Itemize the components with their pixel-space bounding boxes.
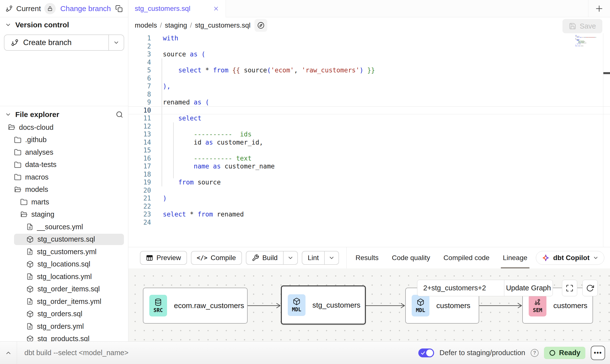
minimap[interactable] — [575, 35, 599, 47]
version-control-header[interactable]: Version control — [0, 21, 74, 29]
change-branch-link[interactable]: Change branch — [60, 4, 111, 13]
file-icon — [26, 248, 33, 255]
file-item-label: stg_customers.yml — [37, 248, 97, 256]
defer-label: Defer to staging/production — [440, 349, 525, 357]
chevron-up-icon[interactable] — [0, 342, 17, 364]
line-number: 4 — [128, 59, 153, 66]
file-item-label: stg_order_items.sql — [37, 285, 100, 293]
dbt-copilot-button[interactable]: dbt Copilot — [536, 251, 604, 265]
divider — [0, 106, 128, 106]
file-item-data-tests[interactable]: data-tests — [0, 159, 128, 171]
command-input[interactable]: dbt build --select <model_name> — [17, 349, 418, 357]
tab-code-quality[interactable]: Code quality — [392, 247, 430, 268]
code-editor[interactable]: 1with23source as (45 select * from {{ so… — [128, 33, 610, 247]
editor-toolbar: Preview </> Compile Build — [128, 247, 610, 268]
code-text: ---------- ids — [153, 131, 252, 138]
file-item-analyses[interactable]: analyses — [0, 146, 128, 159]
tab-lineage[interactable]: Lineage — [503, 247, 527, 268]
code-line-7: 7), — [128, 82, 610, 90]
main-area: stg_customers.sql models / staging / stg… — [128, 0, 610, 341]
file-item-marts[interactable]: marts — [0, 196, 128, 208]
copy-icon[interactable] — [115, 5, 123, 12]
file-item-stg-locations-yml[interactable]: stg_locations.yml — [0, 270, 128, 283]
line-number: 10 — [128, 107, 153, 114]
breadcrumb-staging[interactable]: staging — [165, 21, 187, 29]
breadcrumb-separator: / — [190, 21, 192, 29]
file-item-models[interactable]: models — [0, 183, 128, 196]
file-item-stg-orders-yml[interactable]: stg_orders.yml — [0, 320, 128, 333]
chevron-down-icon — [5, 22, 11, 28]
file-item-docs-cloud[interactable]: docs-cloud — [0, 121, 128, 134]
code-line-11: 11 select — [128, 114, 610, 122]
fullscreen-button[interactable] — [562, 280, 577, 296]
create-branch-main[interactable]: Create branch — [4, 35, 108, 50]
code-line-12: 12 — [128, 122, 610, 131]
code-text: ---------- text — [153, 155, 252, 162]
more-options-button[interactable]: ••• — [591, 346, 605, 360]
code-text: renamed as ( — [153, 99, 209, 106]
file-item-stg-order-items-sql[interactable]: stg_order_items.sql — [0, 283, 128, 296]
file-item-label: docs-cloud — [19, 123, 53, 132]
chevron-down-icon[interactable] — [5, 111, 11, 118]
new-tab-button[interactable] — [588, 0, 610, 17]
lineage-panel[interactable]: SRCecom.raw_customersMDLstg_customersMDL… — [128, 268, 610, 341]
line-number: 13 — [128, 131, 153, 138]
update-graph-button[interactable]: Update Graph — [504, 280, 553, 296]
copilot-compass-button[interactable] — [254, 19, 267, 32]
preview-button[interactable]: Preview — [140, 251, 187, 265]
tab-compiled-code[interactable]: Compiled code — [443, 247, 490, 268]
file-item--github[interactable]: .github — [0, 134, 128, 146]
refresh-icon[interactable] — [582, 280, 598, 296]
search-icon[interactable] — [116, 111, 123, 118]
file-item-stg-orders-sql[interactable]: stg_orders.sql — [0, 308, 128, 320]
save-label: Save — [580, 22, 596, 30]
tab-results[interactable]: Results — [356, 247, 378, 268]
file-item-label: stg_locations.sql — [37, 260, 90, 268]
lint-dropdown[interactable] — [325, 251, 339, 264]
lineage-selector-input[interactable]: 2+stg_customers+2 — [417, 280, 504, 296]
line-number: 7 — [128, 83, 153, 90]
file-item-macros[interactable]: macros — [0, 171, 128, 183]
folder-open-icon — [20, 211, 28, 218]
file-item-stg-order-items-yml[interactable]: stg_order_items.yml — [0, 295, 128, 308]
code-line-16: 16 ---------- text — [128, 154, 610, 163]
save-button[interactable]: Save — [562, 19, 602, 33]
file-item--sources-yml[interactable]: __sources.yml — [0, 221, 128, 233]
breadcrumb: models / staging / stg_customers.sql Sav… — [128, 17, 610, 33]
help-icon[interactable]: ? — [531, 349, 539, 357]
line-number: 18 — [128, 171, 153, 178]
code-text: source as ( — [153, 50, 205, 58]
breadcrumb-models[interactable]: models — [135, 21, 157, 29]
file-item-stg-customers-sql[interactable]: stg_customers.sql — [0, 233, 128, 246]
node-label: ecom.raw_customers — [174, 301, 244, 310]
file-item-stg-products-sql[interactable]: stg_products.sql — [0, 333, 128, 342]
model-icon — [26, 261, 34, 268]
line-number: 20 — [128, 187, 153, 194]
file-item-stg-locations-sql[interactable]: stg_locations.sql — [0, 258, 128, 271]
build-dropdown[interactable] — [284, 251, 297, 264]
close-icon[interactable] — [213, 5, 219, 12]
create-branch-dropdown[interactable] — [109, 35, 124, 50]
lineage-node-stg-customers[interactable]: MDLstg_customers — [281, 285, 366, 325]
cube-icon — [293, 298, 301, 305]
defer-toggle[interactable] — [418, 348, 434, 357]
code-line-19: 19 from source — [128, 178, 610, 186]
model-icon — [26, 310, 34, 318]
file-explorer-header: File explorer — [0, 108, 128, 121]
lineage-node-ecom-raw-customers[interactable]: SRCecom.raw_customers — [143, 288, 248, 324]
tab-stg-customers-sql[interactable]: stg_customers.sql — [128, 0, 226, 17]
scrollbar-thumb[interactable] — [603, 72, 610, 74]
model-icon — [26, 236, 34, 243]
create-branch-button[interactable]: Create branch — [4, 34, 124, 51]
file-tree: docs-cloud.githubanalysesdata-testsmacro… — [0, 121, 128, 341]
build-button[interactable]: Build — [246, 251, 298, 265]
file-item-stg-customers-yml[interactable]: stg_customers.yml — [0, 246, 128, 258]
code-line-17: 17 name as customer_name — [128, 162, 610, 170]
file-item-staging[interactable]: staging — [0, 208, 128, 221]
code-line-2: 2 — [128, 42, 610, 50]
circle-icon — [549, 349, 556, 356]
lint-button[interactable]: Lint — [302, 251, 339, 265]
file-item-label: stg_customers.sql — [37, 235, 95, 243]
compile-button[interactable]: </> Compile — [191, 251, 242, 265]
chevron-down-icon — [593, 255, 599, 261]
